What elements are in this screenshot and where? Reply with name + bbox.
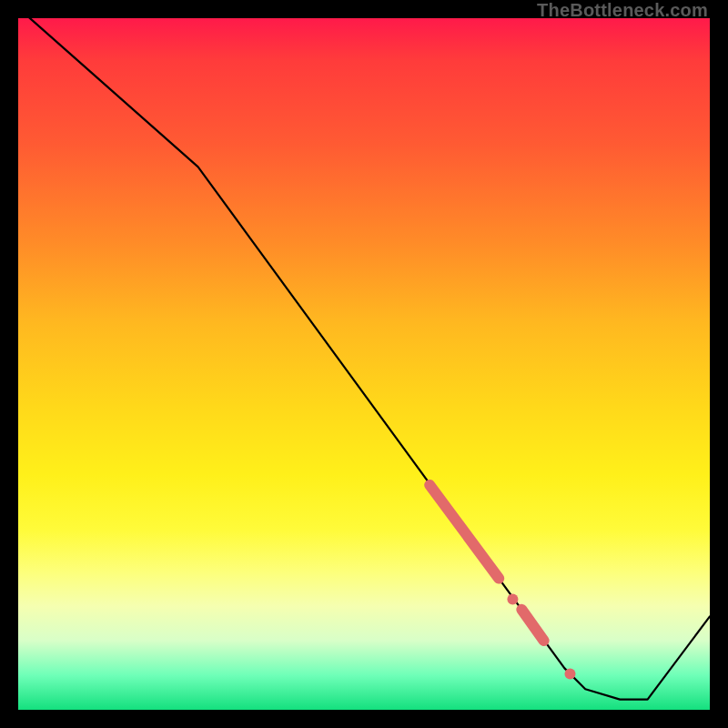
chart-canvas: TheBottleneck.com (0, 0, 728, 728)
credit-watermark: TheBottleneck.com (537, 0, 708, 21)
curve-path (18, 8, 710, 700)
chart-overlay (18, 18, 710, 710)
bottleneck-curve (18, 8, 710, 700)
highlight-segment (430, 485, 499, 579)
curve-highlights (430, 485, 575, 679)
highlight-dot (507, 593, 518, 604)
highlight-dot (564, 668, 575, 679)
highlight-segment (521, 610, 543, 641)
